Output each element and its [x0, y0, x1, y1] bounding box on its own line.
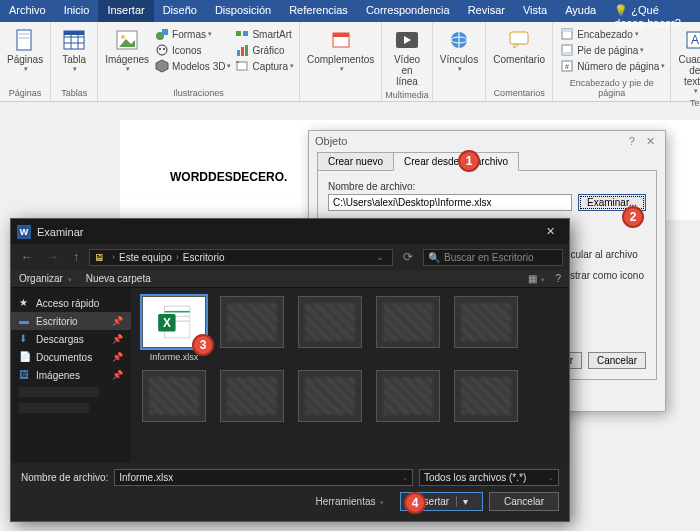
menu-tab-revisar[interactable]: Revisar	[459, 0, 514, 22]
sidebar-item[interactable]	[11, 384, 131, 400]
complementos-button[interactable]: Complementos▾	[303, 24, 378, 97]
fb-title: Examinar	[37, 226, 538, 238]
svg-rect-1	[19, 33, 29, 35]
tools-button[interactable]: Herramientas ▾	[315, 496, 384, 507]
breadcrumb[interactable]: 🖥 › Este equipo › Escritorio ⌄	[89, 249, 393, 266]
sidebar-quick-access[interactable]: ★Acceso rápido	[11, 294, 131, 312]
menu-tab-vista[interactable]: Vista	[514, 0, 556, 22]
sidebar-documents[interactable]: 📄Documentos📌	[11, 348, 131, 366]
cancel-button[interactable]: Cancelar	[588, 352, 646, 369]
tab-create-new[interactable]: Crear nuevo	[317, 152, 394, 171]
svg-rect-24	[236, 61, 239, 63]
search-icon: 🔍	[428, 252, 440, 263]
svg-rect-35	[562, 29, 572, 32]
menu-tab-diseño[interactable]: Diseño	[154, 0, 206, 22]
help-button[interactable]: ?	[625, 135, 639, 147]
fb-cancel-button[interactable]: Cancelar	[489, 492, 559, 511]
svg-rect-23	[237, 62, 247, 70]
svg-marker-33	[514, 44, 519, 48]
filename-input[interactable]	[328, 194, 572, 211]
sidebar-desktop[interactable]: ▬Escritorio📌	[11, 312, 131, 330]
menu-tab-inicio[interactable]: Inicio	[55, 0, 99, 22]
view-button[interactable]: ▦ ▾	[528, 273, 546, 284]
grafico-button[interactable]: Gráfico	[233, 42, 296, 58]
menu-tab-ayuda[interactable]: Ayuda	[556, 0, 605, 22]
document-icon: 📄	[19, 351, 31, 363]
modelos3d-button[interactable]: Modelos 3D▾	[153, 58, 233, 74]
vinculos-button[interactable]: Vínculos▾	[436, 24, 482, 97]
tab-from-file[interactable]: Crear desde un archivo	[393, 152, 519, 171]
file-item[interactable]	[217, 296, 287, 362]
sidebar-images[interactable]: 🖼Imágenes📌	[11, 366, 131, 384]
tabla-button[interactable]: Tabla▾	[54, 24, 94, 87]
file-list: X Informe.xlsx	[131, 288, 569, 463]
file-item[interactable]	[217, 370, 287, 426]
menu-tab-referencias[interactable]: Referencias	[280, 0, 357, 22]
numero-pagina-button[interactable]: #Número de página▾	[558, 58, 667, 74]
help-icon[interactable]: ?	[555, 273, 561, 284]
fb-close-button[interactable]: ✕	[538, 223, 563, 240]
file-item[interactable]	[451, 296, 521, 362]
fb-filename-input[interactable]: Informe.xlsx⌄	[114, 469, 413, 486]
iconos-button[interactable]: Iconos	[153, 42, 233, 58]
svg-text:X: X	[163, 316, 171, 330]
file-item[interactable]	[139, 370, 209, 426]
sidebar: ★Acceso rápido ▬Escritorio📌 ⬇Descargas📌 …	[11, 288, 131, 463]
video-button[interactable]: Vídeo en línea	[385, 24, 429, 89]
svg-rect-18	[236, 31, 241, 36]
back-button[interactable]: ←	[17, 248, 37, 266]
pie-button[interactable]: Pie de página▾	[558, 42, 667, 58]
file-item[interactable]	[295, 370, 365, 426]
desktop-icon: ▬	[19, 315, 31, 327]
tell-me-search[interactable]: 💡 ¿Qué desea hacer?	[605, 0, 700, 22]
sidebar-item[interactable]	[11, 400, 131, 416]
forward-button[interactable]: →	[43, 248, 63, 266]
star-icon: ★	[19, 297, 31, 309]
captura-button[interactable]: Captura▾	[233, 58, 296, 74]
formas-button[interactable]: Formas▾	[153, 26, 233, 42]
svg-rect-21	[241, 47, 244, 56]
dialog-title: Objeto	[315, 135, 347, 148]
word-icon: W	[17, 225, 31, 239]
file-item[interactable]	[295, 296, 365, 362]
callout-3: 3	[192, 334, 214, 356]
imagenes-button[interactable]: Imágenes▾	[101, 24, 153, 87]
file-item[interactable]	[451, 370, 521, 426]
svg-point-16	[163, 48, 165, 50]
svg-rect-37	[562, 52, 572, 55]
close-button[interactable]: ✕	[642, 135, 659, 147]
search-input[interactable]: 🔍Buscar en Escritorio	[423, 249, 563, 266]
file-item[interactable]	[373, 296, 443, 362]
filename-label: Nombre de archivo:	[328, 181, 646, 192]
svg-rect-2	[19, 37, 29, 39]
sidebar-downloads[interactable]: ⬇Descargas📌	[11, 330, 131, 348]
new-folder-button[interactable]: Nueva carpeta	[86, 273, 151, 284]
menu-tab-correspondencia[interactable]: Correspondencia	[357, 0, 459, 22]
menu-tab-disposición[interactable]: Disposición	[206, 0, 280, 22]
pin-icon: 📌	[112, 352, 123, 362]
organize-button[interactable]: Organizar ▾	[19, 273, 72, 284]
svg-rect-43	[165, 311, 190, 313]
pin-icon: 📌	[112, 316, 123, 326]
comentario-button[interactable]: Comentario	[489, 24, 549, 87]
up-button[interactable]: ↑	[69, 248, 83, 266]
pc-icon: 🖥	[94, 252, 104, 263]
svg-text:A: A	[691, 33, 699, 47]
encabezado-button[interactable]: Encabezado▾	[558, 26, 667, 42]
callout-2: 2	[622, 206, 644, 228]
smartart-button[interactable]: SmartArt	[233, 26, 296, 42]
svg-point-10	[121, 35, 125, 39]
svg-rect-20	[237, 50, 240, 56]
fb-filename-label: Nombre de archivo:	[21, 472, 108, 483]
fb-filter-select[interactable]: Todos los archivos (*.*)⌄	[419, 469, 559, 486]
menu-tab-archivo[interactable]: Archivo	[0, 0, 55, 22]
pin-icon: 📌	[112, 334, 123, 344]
ribbon: Páginas▾ Páginas Tabla▾ Tablas Imágenes▾…	[0, 22, 700, 102]
svg-point-14	[157, 45, 167, 55]
download-icon: ⬇	[19, 333, 31, 345]
file-item[interactable]	[373, 370, 443, 426]
menu-tab-insertar[interactable]: Insertar	[98, 0, 153, 22]
cuadro-texto-button[interactable]: A Cuadro de texto▾	[674, 24, 700, 97]
refresh-button[interactable]: ⟳	[399, 248, 417, 266]
paginas-button[interactable]: Páginas▾	[3, 24, 47, 87]
